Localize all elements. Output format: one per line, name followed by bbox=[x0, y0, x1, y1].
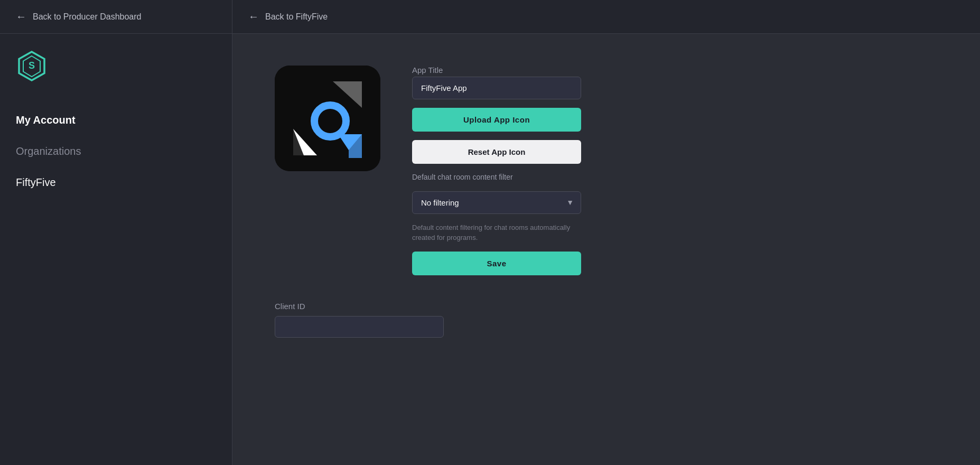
sidebar: S My Account Organizations FiftyFive bbox=[0, 34, 232, 465]
reset-app-icon-button[interactable]: Reset App Icon bbox=[412, 140, 581, 164]
upload-app-icon-button[interactable]: Upload App Icon bbox=[412, 108, 581, 132]
app-logo-icon: S bbox=[16, 50, 48, 81]
form-section: App Title Upload App Icon Reset App Icon… bbox=[412, 66, 581, 275]
app-title-field-group: App Title bbox=[412, 66, 581, 99]
filter-hint-text: Default content filtering for chat rooms… bbox=[412, 222, 571, 243]
main-layout: S My Account Organizations FiftyFive bbox=[0, 34, 980, 465]
header-left: ← Back to Producer Dashboard bbox=[0, 0, 232, 33]
sidebar-item-organizations[interactable]: Organizations bbox=[0, 136, 232, 167]
client-id-input[interactable] bbox=[275, 316, 444, 338]
app-icon-image bbox=[275, 66, 380, 171]
filter-field-group: Default chat room content filter bbox=[412, 172, 581, 183]
back-fiftyfive-link[interactable]: Back to FiftyFive bbox=[265, 12, 328, 22]
sidebar-item-my-account[interactable]: My Account bbox=[0, 105, 232, 136]
svg-rect-1 bbox=[275, 66, 380, 171]
back-fiftyfive-arrow-icon[interactable]: ← bbox=[248, 11, 259, 23]
client-id-label: Client ID bbox=[275, 302, 938, 311]
sidebar-logo: S bbox=[0, 50, 232, 105]
client-id-section: Client ID bbox=[275, 302, 938, 338]
top-header: ← Back to Producer Dashboard ← Back to F… bbox=[0, 0, 980, 34]
back-producer-arrow-icon[interactable]: ← bbox=[16, 11, 26, 23]
content-filter-select[interactable]: No filtering Basic filtering Strict filt… bbox=[412, 191, 581, 214]
filter-select-wrapper: No filtering Basic filtering Strict filt… bbox=[412, 191, 581, 214]
sidebar-navigation: My Account Organizations FiftyFive bbox=[0, 105, 232, 198]
back-producer-link[interactable]: Back to Producer Dashboard bbox=[33, 12, 141, 22]
app-title-input[interactable] bbox=[412, 77, 581, 99]
content-area: App Title Upload App Icon Reset App Icon… bbox=[232, 34, 980, 465]
svg-text:S: S bbox=[29, 60, 35, 71]
app-title-label: App Title bbox=[412, 66, 581, 75]
save-button[interactable]: Save bbox=[412, 252, 581, 275]
filter-label: Default chat room content filter bbox=[412, 172, 581, 183]
app-config-section: App Title Upload App Icon Reset App Icon… bbox=[275, 66, 938, 275]
header-right: ← Back to FiftyFive bbox=[232, 11, 343, 23]
app-icon-preview bbox=[275, 66, 380, 171]
sidebar-item-fiftyfive[interactable]: FiftyFive bbox=[0, 167, 232, 198]
